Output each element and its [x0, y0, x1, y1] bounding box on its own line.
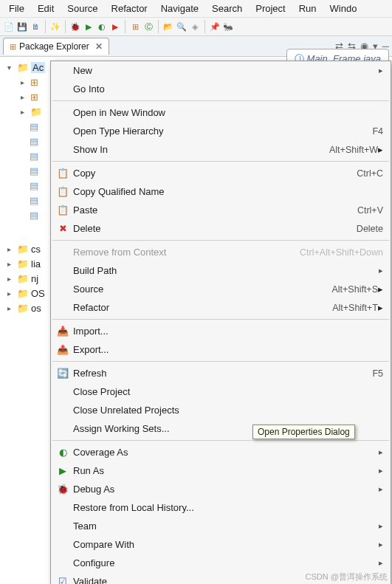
- expand-icon[interactable]: ▾: [7, 63, 15, 72]
- menu-item-open-type-hierarchy[interactable]: Open Type HierarchyF4: [51, 122, 391, 140]
- copy-icon: 📋: [55, 186, 70, 197]
- menu-item-export[interactable]: 📤Export...: [51, 340, 391, 359]
- project-icon: 📁: [17, 303, 29, 314]
- menu-edit[interactable]: Edit: [32, 1, 60, 16]
- menu-item-go-into[interactable]: Go Into: [51, 80, 391, 98]
- menu-item-new[interactable]: New ▸: [51, 61, 391, 80]
- submenu-arrow-icon: ▸: [378, 144, 383, 155]
- menu-item-label: Refactor: [70, 302, 109, 313]
- pin-icon[interactable]: 📌: [209, 21, 221, 32]
- menu-item-show-in[interactable]: Show InAlt+Shift+W ▸: [51, 140, 391, 159]
- expand-icon[interactable]: ▸: [7, 260, 15, 268]
- menu-item-refactor[interactable]: RefactorAlt+Shift+T ▸: [51, 298, 391, 317]
- file-icon: ▤: [30, 180, 38, 191]
- wand-icon[interactable]: ✨: [49, 21, 61, 32]
- menu-item-open-in-new-window[interactable]: Open in New Window: [51, 103, 391, 122]
- search-icon[interactable]: 🔍: [176, 21, 188, 32]
- menu-item-delete[interactable]: ✖DeleteDelete: [51, 219, 391, 238]
- menu-item-label: Copy: [70, 168, 95, 179]
- menu-item-label: New: [70, 65, 92, 76]
- ext-tools-icon[interactable]: ▶: [109, 21, 121, 32]
- main-toolbar: 📄 💾 🗎 ✨ 🐞 ▶ ◐ ▶ ⊞ Ⓒ 📂 🔍 ◈ 📌 🐜: [0, 18, 392, 36]
- menu-item-label: Configure: [70, 557, 114, 568]
- paste-icon: 📋: [55, 205, 70, 216]
- menu-item-label: Open in New Window: [70, 107, 165, 118]
- accelerator: Alt+Shift+W: [329, 145, 378, 155]
- menu-item-import[interactable]: 📥Import...: [51, 322, 391, 340]
- menubar: File Edit Source Refactor Navigate Searc…: [0, 0, 392, 18]
- close-icon[interactable]: ✕: [95, 41, 103, 52]
- menu-item-run-as[interactable]: ▶Run As ▸: [51, 461, 391, 480]
- menu-source[interactable]: Source: [61, 1, 103, 16]
- menu-refactor[interactable]: Refactor: [106, 1, 154, 16]
- menu-item-label: Paste: [70, 205, 97, 216]
- open-type-icon[interactable]: 📂: [162, 21, 174, 32]
- menu-item-label: Coverage As: [70, 447, 128, 458]
- project-label: cs: [31, 244, 41, 255]
- file-icon: ▤: [30, 121, 38, 132]
- folder-icon: 📁: [30, 106, 42, 117]
- file-icon: ▤: [30, 136, 38, 147]
- ant-icon[interactable]: 🐜: [222, 21, 234, 32]
- menu-item-compare-with[interactable]: Compare With ▸: [51, 535, 391, 554]
- menu-file[interactable]: File: [3, 1, 30, 16]
- menu-project[interactable]: Project: [250, 1, 291, 16]
- menu-separator: [52, 161, 389, 162]
- menu-separator: [52, 240, 389, 241]
- expand-icon[interactable]: ▸: [21, 108, 28, 116]
- menu-item-source[interactable]: SourceAlt+Shift+S ▸: [51, 280, 391, 298]
- menu-navigate[interactable]: Navigate: [155, 1, 204, 16]
- accelerator: Ctrl+V: [357, 205, 383, 216]
- menu-item-label: Export...: [70, 344, 109, 355]
- menu-item-refresh[interactable]: 🔄RefreshF5: [51, 364, 391, 382]
- debug-icon[interactable]: 🐞: [69, 21, 81, 32]
- menu-item-team[interactable]: Team ▸: [51, 517, 391, 535]
- expand-icon[interactable]: ▸: [21, 93, 28, 101]
- expand-icon[interactable]: ▸: [21, 78, 28, 86]
- menu-item-coverage-as[interactable]: ◐Coverage As ▸: [51, 443, 391, 461]
- menu-item-copy[interactable]: 📋CopyCtrl+C: [51, 164, 391, 182]
- menu-window[interactable]: Windo: [324, 1, 363, 16]
- save-all-icon[interactable]: 🗎: [30, 21, 41, 32]
- new-class-icon[interactable]: Ⓒ: [142, 21, 154, 32]
- run-icon: ▶: [55, 465, 70, 476]
- new-icon[interactable]: 📄: [3, 21, 15, 32]
- package-icon: ⊞: [30, 92, 38, 103]
- new-pkg-icon[interactable]: ⊞: [129, 21, 141, 32]
- menu-item-label: Show In: [70, 144, 108, 155]
- expand-icon[interactable]: ▸: [7, 304, 15, 312]
- package-explorer-tab[interactable]: ⊞ Package Explorer ✕: [3, 38, 109, 55]
- submenu-arrow-icon: ▸: [364, 66, 383, 75]
- menu-item-paste[interactable]: 📋PasteCtrl+V: [51, 201, 391, 219]
- menu-item-label: Remove from Context: [70, 247, 166, 258]
- menu-item-configure[interactable]: Configure ▸: [51, 554, 391, 572]
- expand-icon[interactable]: ▸: [7, 275, 15, 283]
- tab-label: Package Explorer: [19, 41, 89, 52]
- submenu-arrow-icon: ▸: [364, 521, 383, 531]
- menu-item-label: Debug As: [70, 484, 114, 495]
- menu-search[interactable]: Search: [206, 1, 248, 16]
- coverage-icon[interactable]: ◐: [96, 21, 108, 32]
- separator: [65, 20, 66, 33]
- toggle-icon[interactable]: ◈: [189, 21, 201, 32]
- submenu-arrow-icon: ▸: [378, 302, 383, 313]
- menu-separator: [52, 361, 389, 362]
- menu-item-build-path[interactable]: Build Path ▸: [51, 261, 391, 280]
- project-icon: 📁: [17, 244, 29, 255]
- menu-item-label: Compare With: [70, 539, 134, 550]
- submenu-arrow-icon: ▸: [364, 484, 383, 494]
- accelerator: Alt+Shift+S: [331, 284, 378, 295]
- submenu-arrow-icon: ▸: [364, 540, 383, 549]
- save-icon[interactable]: 💾: [16, 21, 28, 32]
- menu-item-restore-from-local-history[interactable]: Restore from Local History...: [51, 498, 391, 517]
- import-icon: 📥: [55, 326, 70, 337]
- run-icon[interactable]: ▶: [83, 21, 94, 32]
- package-icon: ⊞: [30, 77, 38, 88]
- expand-icon[interactable]: ▸: [7, 245, 15, 253]
- expand-icon[interactable]: ▸: [7, 289, 15, 298]
- menu-item-copy-qualified-name[interactable]: 📋Copy Qualified Name: [51, 182, 391, 201]
- menu-run[interactable]: Run: [293, 1, 323, 16]
- menu-item-close-project[interactable]: Close Project: [51, 382, 391, 401]
- menu-item-debug-as[interactable]: 🐞Debug As ▸: [51, 480, 391, 498]
- menu-item-close-unrelated-projects[interactable]: Close Unrelated Projects: [51, 401, 391, 419]
